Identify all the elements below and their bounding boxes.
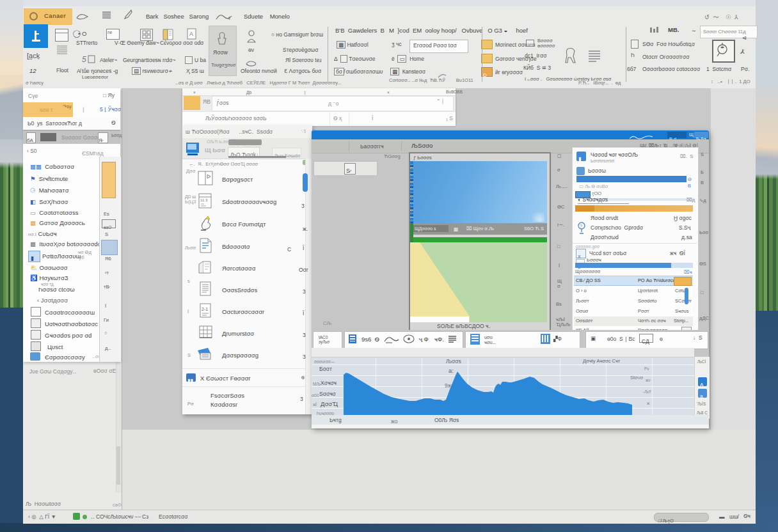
svg-text:2-1: 2-1: [202, 307, 208, 311]
svg-text:5: 5: [82, 55, 86, 64]
svg-text:?: ?: [580, 224, 582, 228]
svg-text:4: 4: [228, 16, 230, 20]
svg-text:A: A: [189, 31, 193, 37]
svg-text:11.3: 11.3: [200, 198, 208, 202]
